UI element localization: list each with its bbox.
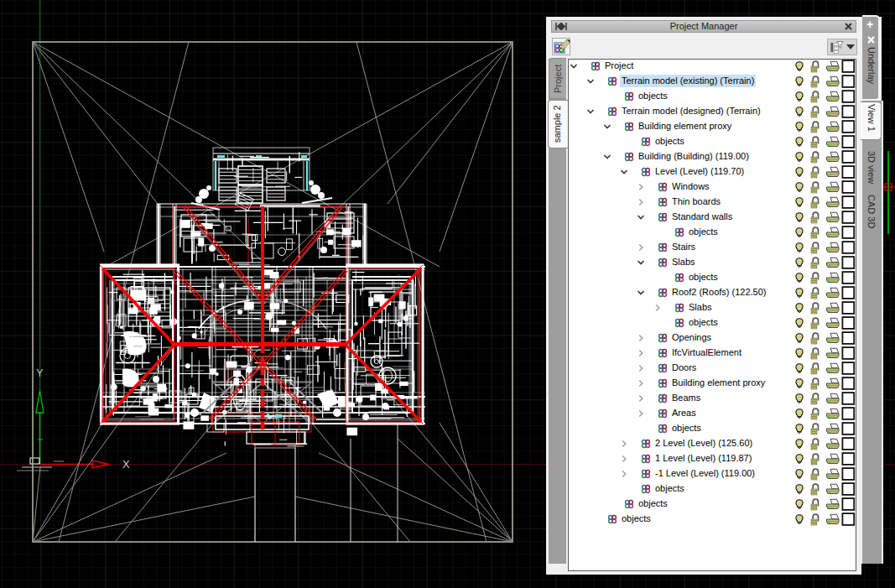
svg-text:Y: Y [36,367,44,379]
svg-text:X: X [122,458,130,471]
